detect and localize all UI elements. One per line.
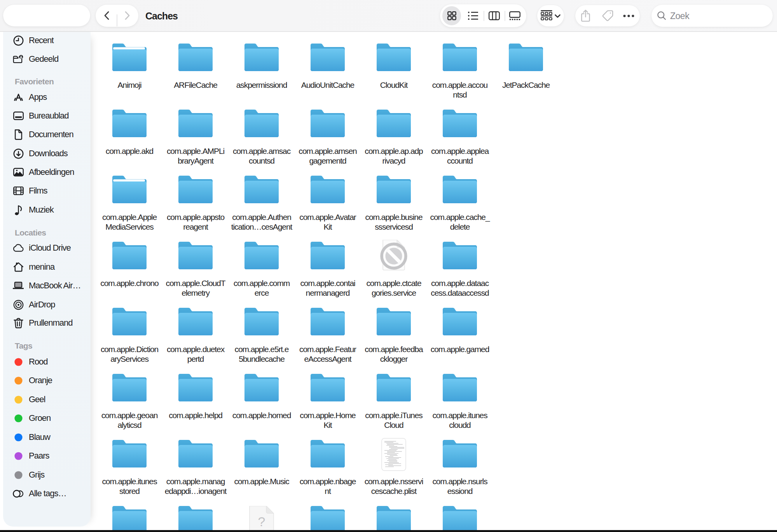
svg-text:?: ? (258, 514, 265, 529)
